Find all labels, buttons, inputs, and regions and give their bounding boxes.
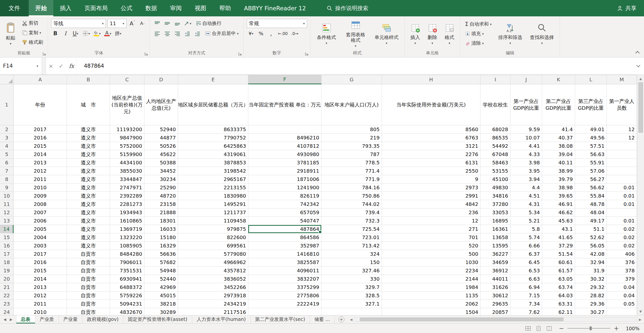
cell-E16[interactable]: 699561 — [178, 242, 248, 250]
cell-M16[interactable]: 0.02 — [607, 242, 637, 250]
cell-D17[interactable]: 56636 — [144, 250, 178, 258]
new-sheet-button[interactable]: + — [338, 316, 344, 322]
align-top-icon[interactable] — [153, 19, 162, 28]
cell-H21[interactable]: 1984 — [382, 283, 480, 291]
cell-C22[interactable]: 5759226 — [110, 291, 144, 300]
cell-F4[interactable]: 4107812 — [248, 142, 321, 150]
cell-J22[interactable]: 7.15 — [510, 291, 542, 300]
cell-F17[interactable]: 1416810 — [248, 250, 321, 258]
format-painter-button[interactable]: 格式刷 — [20, 38, 45, 47]
cell-H24[interactable]: 1504 — [382, 308, 480, 315]
cell-A19[interactable]: 2015 — [14, 267, 67, 275]
cell-I6[interactable]: 58463 — [480, 159, 510, 167]
cell-K8[interactable]: 39.79 — [542, 175, 575, 183]
cell-C19[interactable]: 7351531 — [110, 267, 144, 275]
font-name-combo[interactable]: 等线 ▾ — [51, 19, 106, 28]
scroll-left-icon[interactable]: ◀ — [350, 318, 352, 321]
cell-J2[interactable]: 9.59 — [510, 125, 542, 134]
sheet-next-icon[interactable]: ▶ — [10, 317, 13, 321]
cell-G19[interactable]: 327.46 — [321, 267, 382, 275]
cell-J4[interactable]: 4.41 — [510, 142, 542, 150]
cell-A20[interactable]: 2014 — [14, 275, 67, 283]
paste-button[interactable]: 粘贴 ▾ — [3, 19, 18, 49]
cell-F11[interactable]: 742342 — [248, 200, 321, 208]
cell-L3[interactable]: 49.56 — [575, 134, 607, 142]
align-bottom-icon[interactable] — [173, 19, 182, 28]
cell-M9[interactable]: 0.01 — [607, 183, 637, 192]
cell-F14[interactable]: 487864 — [248, 225, 321, 233]
cell-J24[interactable]: 7.62 — [510, 308, 542, 315]
cell-C23[interactable]: 5094231 — [110, 300, 144, 308]
underline-button[interactable]: U▾ — [71, 29, 80, 38]
cell-K6[interactable]: 40.11 — [542, 159, 575, 167]
cell-L14[interactable]: 51.1 — [575, 225, 607, 233]
cell-I4[interactable]: 54492 — [480, 142, 510, 150]
cell-J15[interactable]: 5.74 — [510, 233, 542, 242]
cell-H4[interactable]: 3121 — [382, 142, 480, 150]
cell-D16[interactable]: 16329 — [144, 242, 178, 250]
cell-B11[interactable]: 遵义市 — [67, 200, 110, 208]
cell-G21[interactable]: 329.7 — [321, 283, 382, 291]
row-header-9[interactable]: 9 — [0, 183, 14, 192]
cell-C4[interactable]: 5752000 — [110, 142, 144, 150]
borders-button[interactable]: ▾ — [81, 29, 91, 38]
align-center-icon[interactable] — [163, 29, 172, 38]
cell-H10[interactable]: 2991 — [382, 192, 480, 200]
cell-L24[interactable]: 30.27 — [575, 308, 607, 315]
row-header-7[interactable]: 7 — [0, 167, 14, 175]
align-middle-icon[interactable] — [163, 19, 172, 28]
font-size-combo[interactable]: 11 ▾ — [107, 19, 127, 28]
cell-C2[interactable]: 11193200 — [110, 125, 144, 134]
menu-tab-4[interactable]: 数据 — [139, 0, 164, 16]
cell-B1[interactable]: 城 市 — [67, 84, 110, 125]
select-all-corner[interactable] — [0, 75, 14, 84]
row-header-14[interactable]: 14 — [0, 225, 14, 233]
cell-M19[interactable]: 378 — [607, 267, 637, 275]
cell-K17[interactable]: 51.54 — [542, 250, 575, 258]
cell-M24[interactable] — [607, 308, 637, 315]
cell-M4[interactable] — [607, 142, 637, 150]
align-left-icon[interactable] — [153, 29, 162, 38]
merge-center-button[interactable]: 合并后居中 ▾ — [203, 29, 240, 38]
row-header-17[interactable]: 17 — [0, 250, 14, 258]
cell-M18[interactable]: 376 — [607, 258, 637, 267]
cell-E15[interactable]: 822600 — [178, 233, 248, 242]
name-box-resizer[interactable] — [42, 57, 46, 75]
cell-F16[interactable]: 352987 — [248, 242, 321, 250]
menu-tab-1[interactable]: 插入 — [53, 0, 78, 16]
cell-M11[interactable]: 0.01 — [607, 200, 637, 208]
cell-F3[interactable]: 8496210 — [248, 134, 321, 142]
conditional-format-button[interactable]: 条件格式 ▾ — [313, 19, 340, 49]
formula-input[interactable]: 487864 — [77, 57, 632, 75]
cell-K20[interactable]: 63.05 — [542, 275, 575, 283]
decrease-indent-button[interactable] — [183, 29, 192, 38]
cell-F12[interactable]: 657059 — [248, 208, 321, 217]
vertical-scroll-thumb[interactable] — [638, 82, 643, 133]
cell-I14[interactable]: 16361 — [480, 225, 510, 233]
row-header-19[interactable]: 19 — [0, 267, 14, 275]
cell-K15[interactable]: 41.65 — [542, 233, 575, 242]
cell-M20[interactable]: 379 — [607, 275, 637, 283]
cell-B4[interactable]: 遵义市 — [67, 142, 110, 150]
increase-indent-button[interactable] — [193, 29, 202, 38]
cell-F5[interactable]: 4930980 — [248, 150, 321, 159]
cell-A7[interactable]: 2012 — [14, 167, 67, 175]
cell-G16[interactable]: 713.42 — [321, 242, 382, 250]
cell-K4[interactable]: 38.08 — [542, 142, 575, 150]
cell-B17[interactable]: 自贡市 — [67, 250, 110, 258]
column-header-I[interactable]: I — [480, 75, 510, 84]
cell-C14[interactable]: 1369719 — [110, 225, 144, 233]
cell-A11[interactable]: 2008 — [14, 200, 67, 208]
sheet-tab-4[interactable]: 固定资产投资增长率(asset) — [123, 315, 192, 323]
cell-C5[interactable]: 5159900 — [110, 150, 144, 159]
cell-E8[interactable]: 2965167 — [178, 175, 248, 183]
cell-D24[interactable]: 30289 — [144, 308, 178, 315]
cell-L1[interactable]: 第三产业占GDP的比重 — [575, 84, 607, 125]
cell-L6[interactable]: 55.91 — [575, 159, 607, 167]
cell-K1[interactable]: 第二产业占GDP的比重 — [542, 84, 575, 125]
cell-F22[interactable]: 2775806 — [248, 291, 321, 300]
cell-H14[interactable]: 271 — [382, 225, 480, 233]
cell-M2[interactable]: 12 — [607, 125, 637, 134]
cell-G9[interactable]: 784.16 — [321, 183, 382, 192]
cell-K21[interactable]: 63.74 — [542, 283, 575, 291]
